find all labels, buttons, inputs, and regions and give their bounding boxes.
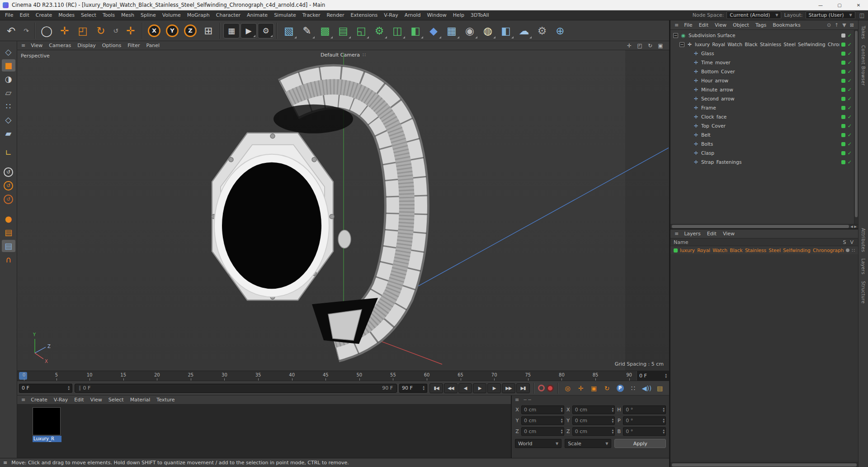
- layers-tab-edit[interactable]: Edit: [704, 231, 720, 237]
- object-row[interactable]: ✛Clock_face✓: [670, 112, 854, 121]
- keyframe-selection-icon[interactable]: ◎: [562, 383, 573, 394]
- menu-tools[interactable]: Tools: [99, 10, 118, 20]
- lock-icon[interactable]: ⊠: [850, 22, 854, 28]
- enabled-check-icon[interactable]: ✓: [848, 159, 852, 165]
- side-tab-takes[interactable]: Takes: [861, 23, 866, 42]
- layer-color-chip[interactable]: [674, 248, 678, 253]
- pen-spline-tool[interactable]: ✎: [298, 22, 316, 39]
- coordinate-space-select[interactable]: World ▼: [515, 439, 561, 448]
- menu-animate[interactable]: Animate: [244, 10, 271, 20]
- object-row[interactable]: ✛Glass✓: [670, 49, 854, 58]
- viewport[interactable]: Y Z X Perspective Default Camera ∷: [17, 50, 669, 371]
- object-manager-menu-tags[interactable]: Tags: [752, 22, 769, 28]
- layer-chip[interactable]: [841, 52, 845, 56]
- enabled-check-icon[interactable]: ✓: [848, 51, 852, 57]
- object-row[interactable]: ✛Frame✓: [670, 103, 854, 112]
- layer-chip[interactable]: [841, 124, 845, 128]
- object-row[interactable]: ✛Strap_Fastenings✓: [670, 157, 854, 167]
- enabled-check-icon[interactable]: ✓: [848, 96, 852, 102]
- globe-object[interactable]: ⊕: [552, 22, 569, 39]
- sky-object[interactable]: ☁: [515, 22, 533, 39]
- enabled-check-icon[interactable]: ✓: [848, 60, 852, 66]
- pan-view-icon[interactable]: ✛: [626, 43, 632, 49]
- motion-tracker[interactable]: ◉: [461, 22, 478, 39]
- layer-chip[interactable]: [841, 43, 845, 47]
- render-view-button[interactable]: ▦: [223, 23, 240, 38]
- menu-extensions[interactable]: Extensions: [348, 10, 381, 20]
- polygons-mode[interactable]: ▰: [2, 127, 15, 139]
- menu-character[interactable]: Character: [213, 10, 244, 20]
- workplane-zy[interactable]: ▤: [2, 240, 15, 252]
- object-manager-menu-bookmarks[interactable]: Bookmarks: [769, 22, 803, 28]
- layer-chip[interactable]: [841, 97, 845, 101]
- enabled-check-icon[interactable]: ✓: [848, 141, 852, 147]
- view-label[interactable]: Perspective: [21, 53, 50, 59]
- object-row[interactable]: ✛Time_mover✓: [670, 58, 854, 67]
- layer-visibility-icon[interactable]: ∷: [852, 248, 855, 253]
- next-frame-button[interactable]: ▶: [487, 383, 501, 393]
- field-spinner[interactable]: ▲▼: [612, 407, 613, 412]
- object-row[interactable]: ✛Top_Cover✓: [670, 121, 854, 130]
- size-z-field[interactable]: 0 cm▲▼: [572, 427, 615, 436]
- object-manager-menu-view[interactable]: View: [712, 22, 730, 28]
- physical-sky-object[interactable]: ⚙: [533, 22, 551, 39]
- materials-menu-create[interactable]: Create: [28, 397, 51, 403]
- object-row[interactable]: ✛Bolts✓: [670, 139, 854, 148]
- texture-mode[interactable]: ◑: [2, 73, 15, 85]
- live-selection-tool[interactable]: ◯: [38, 22, 55, 39]
- materials-menu-edit[interactable]: Edit: [71, 397, 87, 403]
- enabled-check-icon[interactable]: ✓: [848, 33, 852, 38]
- minimize-button[interactable]: —: [811, 0, 830, 10]
- light-object[interactable]: ◍: [479, 22, 496, 39]
- materials-menu-select[interactable]: Select: [105, 397, 127, 403]
- key-scale-icon[interactable]: ▣: [588, 383, 599, 394]
- enabled-check-icon[interactable]: ✓: [848, 114, 852, 120]
- object-row[interactable]: ✛Belt✓: [670, 130, 854, 139]
- end-frame-spinner[interactable]: ▲▼: [423, 386, 425, 391]
- record-active-objects-button[interactable]: [538, 385, 545, 391]
- layer-chip[interactable]: [841, 79, 845, 83]
- layer-chip[interactable]: [841, 70, 845, 74]
- rotate-view-icon[interactable]: ↻: [647, 43, 653, 49]
- expand-toggle[interactable]: −: [679, 42, 684, 47]
- floor-object[interactable]: ◧: [497, 22, 514, 39]
- object-tree-vscrollbar[interactable]: [854, 30, 858, 224]
- object-row[interactable]: ✛Clasp✓: [670, 148, 854, 157]
- sound-toggle-icon[interactable]: ◀)): [641, 383, 652, 394]
- play-button[interactable]: ▶: [473, 383, 486, 393]
- interface-icon[interactable]: ◫: [858, 12, 866, 19]
- quantize-snap[interactable]: ↺: [2, 193, 15, 205]
- viewport-canvas[interactable]: Y Z X: [17, 50, 669, 371]
- search-icon[interactable]: ⊙: [827, 22, 831, 28]
- field-spinner[interactable]: ▲▼: [663, 407, 665, 412]
- scrollbar-thumb[interactable]: [672, 225, 849, 228]
- enabled-check-icon[interactable]: ✓: [848, 150, 852, 156]
- layers-menu-icon[interactable]: ≡: [672, 231, 681, 237]
- rotation-b-field[interactable]: 0 °▲▼: [623, 427, 666, 436]
- menu-volume[interactable]: Volume: [159, 10, 184, 20]
- layer-chip[interactable]: [841, 61, 845, 65]
- position-x-field[interactable]: 0 cm▲▼: [521, 405, 564, 414]
- enabled-check-icon[interactable]: ✓: [848, 69, 852, 75]
- watch-model[interactable]: [212, 87, 407, 344]
- node-space-select[interactable]: Current (Arnold) ▼: [726, 11, 781, 19]
- menu-tracker[interactable]: Tracker: [299, 10, 324, 20]
- metaball-deformer[interactable]: ◆: [425, 22, 442, 39]
- scroll-right-icon[interactable]: ▶: [854, 225, 857, 229]
- boole-generator[interactable]: ◧: [407, 22, 424, 39]
- object-manager-menu-object[interactable]: Object: [730, 22, 752, 28]
- coordinate-system[interactable]: ⊞: [200, 22, 217, 39]
- field-spinner[interactable]: ▲▼: [561, 429, 563, 434]
- coordinates-menu-icon[interactable]: ≡: [515, 397, 519, 403]
- expand-toggle[interactable]: −: [673, 33, 678, 38]
- menu-arnold[interactable]: Arnold: [401, 10, 424, 20]
- end-frame-input[interactable]: 90 F ▲▼: [399, 384, 427, 393]
- transform-mode-select[interactable]: Scale ▼: [565, 439, 611, 448]
- render-settings-button[interactable]: ⚙: [258, 23, 274, 38]
- size-y-field[interactable]: 0 cm▲▼: [572, 416, 615, 425]
- key-position-icon[interactable]: ✛: [575, 383, 586, 394]
- object-tree-hscrollbar[interactable]: ◀ ▶: [670, 224, 858, 229]
- viewport-menu-panel[interactable]: Panel: [143, 43, 163, 48]
- menu-file[interactable]: File: [2, 10, 16, 20]
- menu-spline[interactable]: Spline: [137, 10, 159, 20]
